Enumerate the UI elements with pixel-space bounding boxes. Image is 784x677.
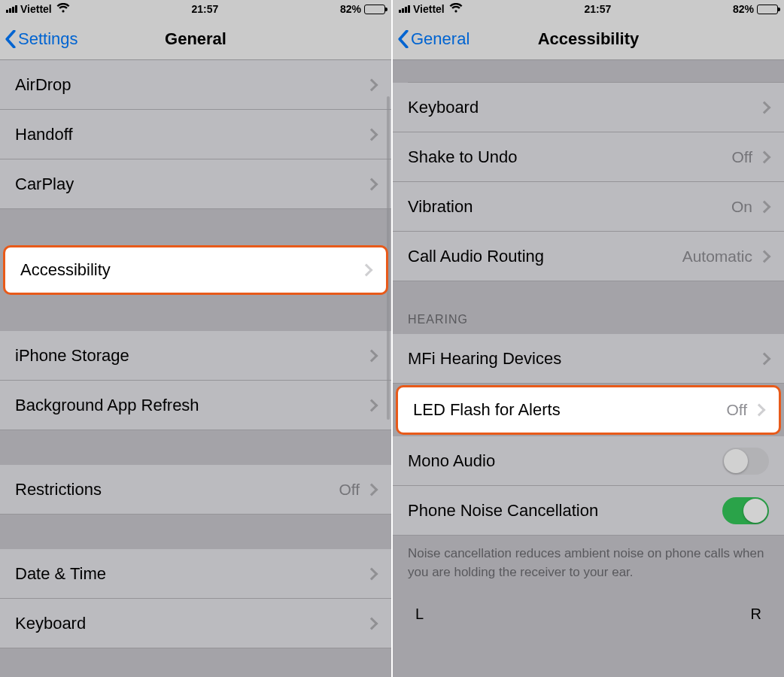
clock: 21:57	[584, 3, 611, 15]
section-footer: Noise cancellation reduces ambient noise…	[393, 536, 784, 594]
balance-left: L	[415, 606, 424, 623]
row-handoff[interactable]: Handoff	[0, 110, 391, 159]
battery-icon	[757, 5, 778, 14]
wifi-icon	[449, 3, 463, 16]
chevron-right-icon	[758, 101, 771, 114]
row-value: Off	[339, 481, 360, 499]
row-shake-to-undo[interactable]: Shake to Undo Off	[393, 132, 784, 182]
row-keyboard[interactable]: Keyboard	[0, 599, 391, 648]
clock: 21:57	[191, 3, 218, 15]
nav-bar: Settings General	[0, 18, 391, 60]
row-background-refresh[interactable]: Background App Refresh	[0, 381, 391, 430]
battery-icon	[364, 5, 385, 14]
back-label: Settings	[18, 29, 78, 49]
row-value: On	[731, 198, 752, 216]
battery-pct: 82%	[733, 3, 754, 15]
accessibility-list[interactable]: Keyboard Shake to Undo Off Vibration On …	[393, 60, 784, 677]
chevron-left-icon	[5, 30, 17, 48]
chevron-right-icon	[758, 250, 771, 263]
row-label: Vibration	[408, 197, 731, 217]
row-phone-noise[interactable]: Phone Noise Cancellation	[393, 486, 784, 536]
row-mono-audio[interactable]: Mono Audio	[393, 436, 784, 486]
section-header-hearing: HEARING	[393, 281, 784, 334]
row-restrictions[interactable]: Restrictions Off	[0, 465, 391, 515]
row-label: Restrictions	[15, 480, 339, 499]
row-label: Date & Time	[15, 564, 367, 584]
row-accessibility[interactable]: Accessibility	[3, 245, 388, 295]
section-gap	[0, 209, 391, 244]
section-gap	[0, 296, 391, 331]
carrier-label: Viettel	[413, 3, 445, 15]
row-value: Off	[726, 401, 747, 419]
row-label: Handoff	[15, 125, 367, 144]
row-date-time[interactable]: Date & Time	[0, 549, 391, 599]
signal-bars-icon	[399, 5, 410, 13]
row-carplay[interactable]: CarPlay	[0, 159, 391, 209]
row-value: Automatic	[682, 247, 752, 266]
row-label: Background App Refresh	[15, 396, 367, 415]
row-call-audio-routing[interactable]: Call Audio Routing Automatic	[393, 232, 784, 281]
screen-accessibility: Viettel 21:57 82% General Accessibility …	[393, 0, 784, 677]
balance-row: L R	[393, 594, 784, 623]
back-button[interactable]: General	[393, 29, 469, 49]
section-gap	[0, 515, 391, 549]
row-label: AirDrop	[15, 75, 367, 95]
toggle-phone-noise[interactable]	[722, 497, 769, 524]
row-label: iPhone Storage	[15, 346, 367, 366]
chevron-right-icon	[366, 349, 378, 362]
nav-bar: General Accessibility	[393, 18, 784, 60]
row-label: LED Flash for Alerts	[413, 400, 726, 420]
signal-bars-icon	[6, 5, 17, 13]
row-label: Keyboard	[15, 614, 367, 633]
row-label: Phone Noise Cancellation	[408, 501, 722, 521]
row-value: Off	[731, 148, 752, 166]
chevron-right-icon	[366, 178, 378, 190]
chevron-right-icon	[360, 264, 373, 277]
partial-row	[408, 60, 784, 83]
row-iphone-storage[interactable]: iPhone Storage	[0, 331, 391, 381]
battery-pct: 82%	[340, 3, 361, 15]
chevron-right-icon	[366, 128, 378, 141]
status-bar: Viettel 21:57 82%	[393, 0, 784, 18]
row-label: Accessibility	[20, 260, 362, 280]
chevron-left-icon	[397, 30, 409, 48]
row-keyboard[interactable]: Keyboard	[393, 83, 784, 132]
chevron-right-icon	[758, 200, 771, 213]
status-bar: Viettel 21:57 82%	[0, 0, 391, 18]
section-gap	[0, 430, 391, 465]
row-label: Call Audio Routing	[408, 247, 682, 266]
row-airdrop[interactable]: AirDrop	[0, 60, 391, 110]
back-label: General	[411, 29, 469, 49]
row-label: MFi Hearing Devices	[408, 349, 760, 369]
row-label: Keyboard	[408, 98, 760, 117]
chevron-right-icon	[366, 483, 378, 496]
balance-right: R	[751, 606, 761, 623]
row-vibration[interactable]: Vibration On	[393, 182, 784, 232]
chevron-right-icon	[366, 617, 378, 630]
carrier-label: Viettel	[20, 3, 52, 15]
chevron-right-icon	[366, 78, 378, 91]
chevron-right-icon	[366, 399, 378, 411]
row-label: Shake to Undo	[408, 147, 731, 167]
chevron-right-icon	[758, 150, 771, 163]
toggle-mono-audio[interactable]	[722, 448, 769, 475]
row-led-flash[interactable]: LED Flash for Alerts Off	[396, 385, 781, 435]
row-label: CarPlay	[15, 175, 367, 194]
chevron-right-icon	[758, 352, 771, 365]
screen-general: Viettel 21:57 82% Settings General AirDr…	[0, 0, 393, 677]
chevron-right-icon	[753, 404, 766, 417]
row-mfi-hearing[interactable]: MFi Hearing Devices	[393, 334, 784, 384]
chevron-right-icon	[366, 567, 378, 580]
wifi-icon	[56, 3, 70, 16]
settings-list[interactable]: AirDrop Handoff CarPlay Accessibility iP…	[0, 60, 391, 677]
row-label: Mono Audio	[408, 451, 722, 471]
back-button[interactable]: Settings	[0, 29, 78, 49]
